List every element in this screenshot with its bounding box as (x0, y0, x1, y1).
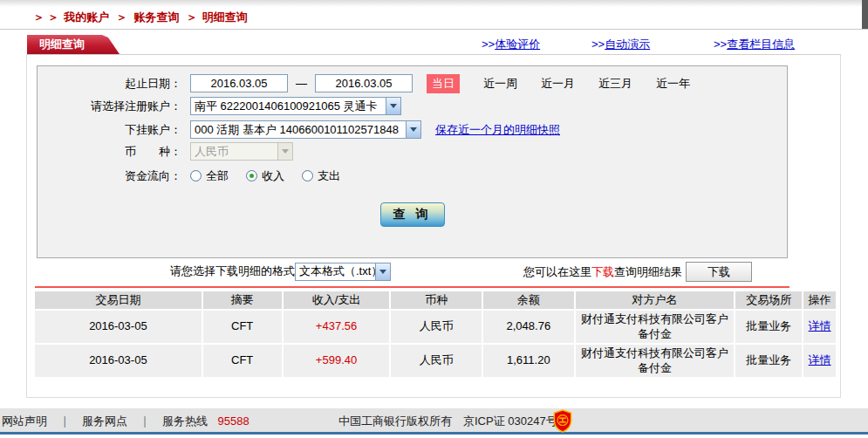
auto-demo-link[interactable]: >>自动演示 (591, 37, 650, 52)
breadcrumb-item-my-account[interactable]: 我的账户 (64, 10, 109, 24)
icbc-shield-badge-icon (552, 409, 573, 433)
cell-counterparty: 财付通支付科技有限公司客户备付金 (576, 311, 736, 343)
flow-radio-expense[interactable]: 支出 (302, 168, 340, 184)
col-header-date: 交易日期 (35, 291, 203, 309)
flow-radio-all[interactable]: 全部 (190, 168, 229, 184)
scrollbar-corner (862, 0, 868, 29)
radio-icon (302, 170, 313, 181)
cell-currency: 人民币 (391, 311, 483, 343)
top-gradient-band (0, 0, 868, 7)
cell-balance: 2,048.76 (483, 311, 576, 343)
download-format-group: 请您选择下载明细的格式 文本格式（.txt） (170, 262, 391, 281)
download-hint-prefix: 您可以在这里 (523, 264, 591, 280)
save-monthly-snapshot-link[interactable]: 保存近一个月的明细快照 (435, 122, 560, 138)
cell-counterparty: 财付通支付科技有限公司客户备付金 (576, 345, 736, 377)
breadcrumb-separator: ＞ (186, 10, 197, 24)
query-button[interactable]: 查 询 (380, 202, 445, 227)
currency-select: 人民币 (190, 142, 293, 161)
col-header-currency: 币种 (391, 291, 483, 309)
footer-separator: ｜ (140, 414, 151, 428)
currency-label: 币 种： (38, 144, 181, 160)
experience-review-link[interactable]: >>体验评价 (482, 37, 540, 52)
view-column-info-link[interactable]: >>查看栏目信息 (714, 37, 795, 52)
divider-line (0, 29, 868, 30)
breadcrumb-item-account-query[interactable]: 账务查询 (134, 10, 180, 24)
breadcrumb-item-detail-query: 明细查询 (202, 10, 248, 24)
flow-radio-income-label: 收入 (262, 168, 284, 184)
cell-balance: 1,611.20 (483, 345, 576, 377)
transaction-table: 交易日期 摘要 收入/支出 币种 余额 对方户名 交易场所 操作 2016-03… (35, 291, 836, 379)
chevron-down-icon (277, 143, 292, 160)
cell-venue: 批量业务 (735, 311, 803, 343)
cell-action: 详情 (803, 311, 836, 343)
hotline-number: 95588 (218, 414, 249, 428)
download-format-value: 文本格式（.txt） (296, 263, 375, 279)
download-button[interactable]: 下载 (686, 262, 752, 282)
col-header-counterparty: 对方户名 (576, 291, 736, 309)
table-row: 2016-03-05 CFT +437.56 人民币 2,048.76 财付通支… (35, 311, 836, 343)
sub-account-value: 000 活期 基本户 1406600101102571848 (191, 122, 406, 138)
hotline-label: 服务热线 (162, 414, 208, 428)
cell-amount: +599.40 (284, 345, 392, 377)
cell-date: 2016-03-05 (35, 311, 203, 343)
service-outlets-link[interactable]: 服务网点 (82, 414, 127, 428)
download-format-select[interactable]: 文本格式（.txt） (295, 263, 391, 281)
flow-radio-all-label: 全部 (206, 168, 229, 184)
col-header-venue: 交易场所 (735, 291, 803, 309)
cell-date: 2016-03-05 (35, 345, 203, 377)
download-inline-link[interactable]: 下载 (591, 264, 614, 280)
breadcrumb-separator: ＞ (116, 10, 127, 24)
cell-summary: CFT (203, 345, 284, 377)
range-last-month[interactable]: 近一月 (541, 76, 575, 92)
registered-account-select[interactable]: 南平 6222001406100921065 灵通卡 (190, 97, 401, 115)
chevron-down-icon (406, 121, 420, 138)
breadcrumb-prefix: ＞ ＞ (33, 10, 59, 24)
site-statement-link[interactable]: 网站声明 (2, 414, 47, 428)
col-header-amount: 收入/支出 (284, 291, 392, 309)
flow-radio-expense-label: 支出 (318, 168, 340, 184)
download-hint-suffix: 查询明细结果 (614, 264, 682, 280)
registered-account-label: 请选择注册账户： (38, 99, 181, 114)
footer-separator: ｜ (59, 414, 71, 428)
sub-account-label: 下挂账户： (38, 122, 181, 138)
download-format-label: 请您选择下载明细的格式 (170, 263, 295, 279)
date-from-input[interactable] (190, 74, 288, 92)
footer: 网站声明 ｜ 服务网点 ｜ 服务热线 95588 中国工商银行版权所有 京ICP… (0, 408, 868, 435)
query-form-panel: 起止日期： — 当日 近一周 近一月 近三月 近一年 请选择注册账户： 南平 6… (37, 65, 788, 258)
cell-summary: CFT (203, 311, 284, 343)
date-range-label: 起止日期： (38, 76, 181, 92)
red-divider-line (35, 286, 789, 288)
registered-account-value: 南平 6222001406100921065 灵通卡 (191, 99, 386, 114)
detail-link[interactable]: 详情 (809, 353, 831, 367)
radio-icon (190, 170, 202, 181)
currency-value: 人民币 (191, 144, 277, 160)
col-header-summary: 摘要 (203, 291, 284, 309)
copyright-text: 中国工商银行版权所有 京ICP证 030247号 (338, 408, 557, 435)
col-header-action: 操作 (803, 291, 836, 309)
range-last-week[interactable]: 近一周 (483, 76, 517, 92)
footer-links: 网站声明 ｜ 服务网点 ｜ 服务热线 95588 (2, 408, 249, 435)
date-range-dash: — (296, 77, 307, 90)
date-to-input[interactable] (315, 74, 413, 92)
col-header-balance: 余额 (483, 291, 576, 309)
radio-icon (246, 170, 257, 181)
cell-action: 详情 (803, 345, 836, 377)
cell-amount: +437.56 (284, 311, 392, 343)
header-links: >>体验评价 >>自动演示 >>查看栏目信息 (0, 37, 868, 52)
chevron-down-icon (386, 98, 400, 114)
range-last-3-months[interactable]: 近三月 (598, 76, 632, 92)
today-quick-button[interactable]: 当日 (427, 74, 460, 93)
download-result-group: 您可以在这里下载查询明细结果 下载 (523, 262, 752, 282)
detail-link[interactable]: 详情 (809, 319, 831, 333)
breadcrumb: ＞ ＞ 我的账户 ＞ 账务查询 ＞ 明细查询 (33, 7, 248, 29)
flow-radio-income[interactable]: 收入 (246, 168, 284, 184)
range-last-year[interactable]: 近一年 (656, 76, 690, 92)
table-header-row: 交易日期 摘要 收入/支出 币种 余额 对方户名 交易场所 操作 (35, 291, 836, 309)
cell-currency: 人民币 (391, 345, 483, 377)
cell-venue: 批量业务 (735, 345, 803, 377)
table-row: 2016-03-05 CFT +599.40 人民币 1,611.20 财付通支… (35, 345, 836, 377)
fund-flow-label: 资金流向： (38, 168, 181, 184)
chevron-down-icon (375, 263, 390, 280)
sub-account-select[interactable]: 000 活期 基本户 1406600101102571848 (190, 120, 421, 139)
